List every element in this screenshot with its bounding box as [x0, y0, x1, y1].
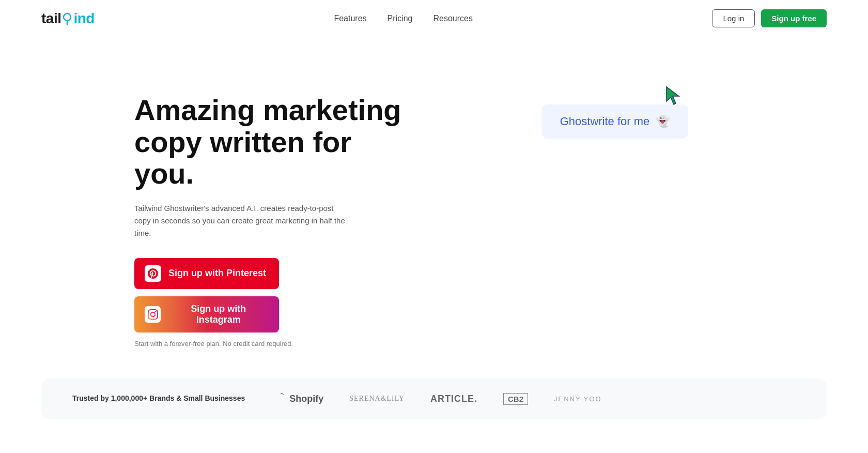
- hero-headline: Amazing marketing copy written for you.: [134, 94, 403, 190]
- nav-pricing[interactable]: Pricing: [388, 14, 413, 23]
- pinterest-icon: [145, 265, 161, 282]
- brand-article: ARTICLE.: [430, 394, 477, 404]
- signup-instagram-button[interactable]: Sign up with Instagram: [134, 296, 279, 333]
- trusted-text: Trusted by 1,000,000+ Brands & Small Bus…: [72, 394, 245, 404]
- signup-pinterest-label: Sign up with Pinterest: [168, 268, 266, 279]
- login-button[interactable]: Log in: [712, 9, 755, 27]
- navbar: tailind Features Pricing Resources Log i…: [0, 0, 868, 37]
- shopify-label: Shopify: [289, 394, 323, 404]
- logo[interactable]: tailind: [41, 10, 95, 27]
- signup-instagram-label: Sign up with Instagram: [168, 304, 269, 325]
- hero-left: Amazing marketing copy written for you. …: [134, 89, 403, 348]
- hero-subtext: Tailwind Ghostwriter's advanced A.I. cre…: [134, 202, 351, 239]
- nav-resources[interactable]: Resources: [433, 14, 472, 23]
- instagram-icon: [145, 306, 161, 323]
- ghostwrite-label: Ghostwrite for me: [560, 115, 650, 128]
- nav-features[interactable]: Features: [334, 14, 366, 23]
- brand-serena: SERENA&LILY: [349, 395, 405, 403]
- brand-logos: Shopify SERENA&LILY ARTICLE. CB2 JENNY Y…: [276, 393, 796, 405]
- ghost-icon: 👻: [656, 115, 670, 128]
- brand-shopify: Shopify: [276, 393, 323, 404]
- nav-buttons: Log in Sign up free: [712, 9, 827, 27]
- brand-jenny: JENNY YOO: [554, 395, 602, 403]
- hero-section: Amazing marketing copy written for you. …: [0, 37, 868, 379]
- cursor-arrow: [665, 86, 682, 108]
- ghostwrite-bubble[interactable]: Ghostwrite for me 👻: [541, 104, 689, 139]
- signup-free-button[interactable]: Sign up free: [761, 9, 827, 27]
- svg-point-0: [64, 13, 71, 21]
- svg-marker-2: [667, 87, 679, 104]
- brand-cb2: CB2: [503, 393, 528, 405]
- signup-pinterest-button[interactable]: Sign up with Pinterest: [134, 258, 279, 289]
- trusted-strip: Trusted by 1,000,000+ Brands & Small Bus…: [41, 379, 827, 419]
- logo-icon: [61, 12, 73, 26]
- nav-links: Features Pricing Resources: [334, 14, 473, 23]
- hero-right: Ghostwrite for me 👻: [403, 89, 827, 139]
- free-plan-note: Start with a forever-free plan. No credi…: [134, 340, 403, 348]
